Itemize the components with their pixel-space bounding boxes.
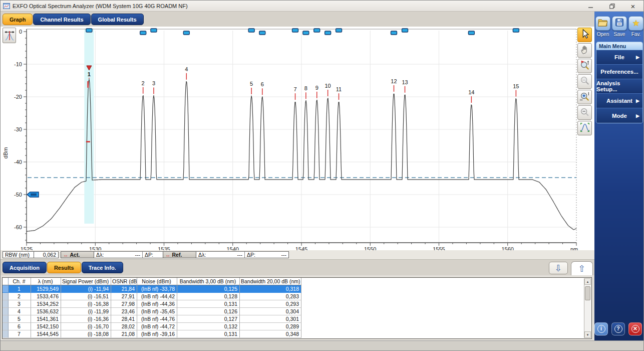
cell: 21,08	[111, 330, 137, 338]
channel-grid-marker[interactable]	[86, 29, 92, 32]
x-tick-label: 1535	[158, 246, 170, 250]
row-selector[interactable]	[3, 285, 9, 293]
cell: 28,02	[111, 323, 137, 330]
channel-grid-marker[interactable]	[325, 31, 331, 35]
tab-global-results[interactable]: Global Results	[91, 14, 144, 25]
channel-grid-marker[interactable]	[248, 29, 254, 32]
channel-label: 4	[185, 66, 188, 72]
exit-button[interactable]: ✕	[628, 322, 642, 335]
save-floppy-icon	[615, 18, 624, 29]
channel-grid-marker[interactable]	[292, 29, 298, 32]
tab-channel-results[interactable]: Channel Results	[33, 14, 90, 25]
row-selector[interactable]	[3, 293, 9, 300]
tab-graph[interactable]: Graph	[3, 14, 33, 25]
spectrum-chart[interactable]: 152515301535154015451550155515600-10-20-…	[1, 27, 594, 250]
main-menu: File▶Preferences...Analysis Setup...Assi…	[596, 50, 643, 123]
cell: 1533,476	[31, 293, 61, 300]
channel-grid-marker[interactable]	[140, 31, 146, 35]
cell: (InB nf) -39,16	[137, 330, 177, 338]
menu-item-label: Preferences...	[600, 69, 638, 75]
channel-grid-marker[interactable]	[314, 29, 320, 32]
cell: 0,289	[240, 323, 301, 330]
channel-grid-marker[interactable]	[468, 31, 474, 35]
channel-label: 11	[336, 86, 342, 92]
table-row[interactable]: 71544,545(i) -18,0821,08(InB nf) -39,160…	[3, 330, 584, 338]
minimize-button[interactable]	[580, 1, 601, 12]
column-header-bandwidth-3-00-db-nm[interactable]: Bandwidth 3,00 dB (nm)	[177, 278, 240, 285]
zoom-out-tool-button[interactable]	[577, 105, 592, 120]
rbw-group: RBW (nm) 0,062	[3, 251, 59, 258]
row-selector[interactable]	[3, 308, 9, 315]
menu-item-analysis-setup[interactable]: Analysis Setup...	[596, 79, 642, 94]
help-button[interactable]: ?	[611, 322, 625, 335]
cell: (InB nf) -44,76	[137, 315, 177, 323]
scroll-up-icon[interactable]: ▲	[584, 278, 591, 285]
expand-panel-button[interactable]: ⇧	[571, 261, 593, 276]
scrollbar-thumb[interactable]	[585, 286, 590, 300]
actual-size-tool-button[interactable]: 1:1	[577, 74, 592, 89]
cell: 1541,361	[31, 315, 61, 323]
zoom-area-tool-button[interactable]	[577, 59, 592, 73]
table-header-row: Ch. #λ (nm)Signal Power (dBm)OSNR (dB)No…	[3, 278, 584, 285]
fit-trace-tool-button[interactable]	[577, 121, 592, 135]
table-row[interactable]: 21533,476(i) -16,5127,91(InB nf) -44,420…	[3, 293, 584, 300]
menu-item-preferences[interactable]: Preferences...	[596, 65, 642, 79]
row-selector[interactable]	[3, 330, 9, 338]
row-selector[interactable]	[3, 323, 9, 330]
save-button[interactable]	[612, 16, 627, 31]
zoom-in-tool-button[interactable]	[577, 90, 592, 104]
menu-item-file[interactable]: File▶	[596, 50, 642, 65]
app-window: EXFO Optical Spectrum Analyzer (WDM Syst…	[0, 0, 644, 351]
table-row[interactable]: 11529,549(i) -11,9421,84(InB nf) -33,780…	[3, 285, 584, 293]
restore-button[interactable]	[601, 1, 622, 12]
menu-item-assistant[interactable]: Assistant▶	[596, 94, 642, 108]
channel-grid-marker[interactable]	[259, 31, 265, 35]
channel-grid-marker[interactable]	[336, 29, 342, 32]
column-header-nm[interactable]: λ (nm)	[31, 278, 61, 285]
channel-grid-marker[interactable]	[303, 31, 309, 35]
window-title: EXFO Optical Spectrum Analyzer (WDM Syst…	[13, 3, 188, 9]
channel-grid-marker[interactable]	[402, 29, 408, 32]
column-header-bandwidth-20-00-db-nm[interactable]: Bandwidth 20,00 dB (nm)	[240, 278, 301, 285]
zoom-in-icon	[579, 91, 590, 103]
channel-grid-marker[interactable]	[183, 31, 189, 35]
table-row[interactable]: 51541,361(i) -16,3628,41(InB nf) -44,760…	[3, 315, 584, 323]
cell: 23,46	[111, 308, 137, 315]
column-header-noise-dbm[interactable]: Noise (dBm)	[137, 278, 177, 285]
pan-hand-tool-button[interactable]	[577, 43, 592, 58]
chart-toolbar: 1:1	[577, 28, 592, 135]
open-button[interactable]	[595, 16, 610, 31]
collapse-panel-button[interactable]: ⇩	[549, 262, 568, 274]
table-scrollbar[interactable]: ▲ ▼	[584, 278, 591, 338]
cursor-tool-button[interactable]	[577, 28, 592, 42]
table-row[interactable]: 41536,632(i) -11,9923,46(InB nf) -35,450…	[3, 308, 584, 315]
close-button[interactable]: ×	[622, 1, 643, 12]
menu-item-mode[interactable]: Mode▶	[596, 108, 642, 123]
channel-grid-marker[interactable]	[391, 31, 397, 35]
cell: 28,41	[111, 315, 137, 323]
channel-label: 7	[293, 86, 296, 92]
column-header-signal-power-dbm[interactable]: Signal Power (dBm)	[61, 278, 111, 285]
cell: (InB nf) -35,45	[137, 308, 177, 315]
row-selector[interactable]	[3, 300, 9, 308]
ref-delta-power: ΔP:---	[244, 252, 288, 258]
noise-level-marker[interactable]	[86, 141, 90, 142]
channel-grid-marker[interactable]	[513, 29, 519, 32]
x-tick-label: 1525	[21, 246, 33, 250]
info-button[interactable]: i	[594, 322, 608, 335]
table-row[interactable]: 61542,150(i) -16,7028,02(InB nf) -44,720…	[3, 323, 584, 330]
column-header-ch[interactable]: Ch. #	[9, 278, 31, 285]
power-level-handle-inner	[31, 194, 37, 196]
act-button[interactable]: ↔ Act.	[61, 252, 94, 258]
channel-grid-marker[interactable]	[151, 29, 157, 32]
tab-results[interactable]: Results	[47, 262, 81, 273]
row-selector[interactable]	[3, 315, 9, 323]
tab-trace-info[interactable]: Trace Info.	[82, 262, 123, 273]
scroll-down-icon[interactable]: ▼	[584, 331, 591, 338]
table-row[interactable]: 31534,252(i) -16,3827,98(InB nf) -44,360…	[3, 300, 584, 308]
ref-button[interactable]: ↔ Ref.	[163, 252, 196, 258]
column-header-osnr-db[interactable]: OSNR (dB)	[111, 278, 137, 285]
tab-acquisition[interactable]: Acquisition	[3, 262, 47, 273]
cell: (InB nf) -44,42	[137, 293, 177, 300]
fav-button[interactable]: ★	[628, 16, 643, 31]
